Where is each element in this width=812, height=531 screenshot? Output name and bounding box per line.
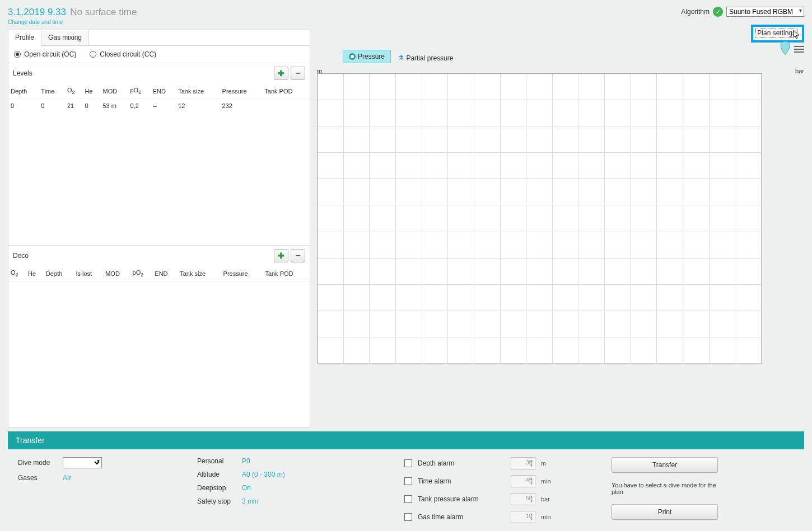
- transfer-button[interactable]: Transfer: [612, 457, 718, 473]
- gases-label: Gases: [18, 474, 57, 482]
- personal-value[interactable]: P0: [242, 457, 250, 465]
- gas-alarm-label: Gas time alarm: [418, 513, 463, 521]
- axis-bar-label: bar: [795, 68, 804, 74]
- tank-alarm-checkbox[interactable]: [404, 495, 412, 503]
- check-icon: ✓: [713, 7, 723, 17]
- dcol-tank-pod: Tank POD: [263, 266, 310, 281]
- deepstop-value[interactable]: On: [242, 484, 251, 492]
- col-depth: Depth: [8, 83, 39, 99]
- levels-remove-button[interactable]: −: [291, 67, 305, 80]
- pressure-tab[interactable]: Pressure: [343, 50, 391, 63]
- col-o2: O2: [65, 83, 82, 99]
- safety-value[interactable]: 3 min: [242, 497, 258, 505]
- dcol-o2: O2: [8, 266, 26, 281]
- depth-alarm-checkbox[interactable]: [404, 459, 412, 467]
- datetime-label: 3.1.2019 9.33: [8, 7, 66, 17]
- altitude-value[interactable]: A0 (0 - 300 m): [242, 471, 285, 478]
- safety-label: Safety stop: [197, 497, 236, 505]
- mode-note: You have to select a dive mode for the p…: [612, 482, 718, 495]
- deco-title: Deco: [13, 252, 29, 260]
- dcol-he: He: [26, 266, 44, 281]
- transfer-bar[interactable]: Transfer: [8, 431, 804, 449]
- col-time: Time: [39, 83, 65, 99]
- depth-alarm-input[interactable]: 30▲▼: [511, 457, 535, 469]
- col-po2: pO2: [128, 83, 150, 99]
- col-pressure: Pressure: [220, 83, 263, 99]
- hamburger-icon[interactable]: [794, 46, 804, 53]
- dive-mode-select[interactable]: [63, 457, 102, 468]
- dcol-depth: Depth: [44, 266, 74, 281]
- radio-open-circuit[interactable]: Open circuit (OC): [14, 50, 76, 58]
- algorithm-select[interactable]: Suunto Fused RGBM: [726, 7, 804, 17]
- pin-icon[interactable]: [780, 41, 791, 57]
- altitude-label: Altitude: [197, 471, 236, 478]
- change-datetime-link[interactable]: Change date and time: [8, 19, 137, 25]
- gas-alarm-checkbox[interactable]: [404, 513, 412, 521]
- dcol-pressure: Pressure: [221, 266, 263, 281]
- deco-add-button[interactable]: ✚: [274, 249, 288, 262]
- axis-m-label: m: [317, 68, 322, 74]
- surface-time-label: No surface time: [70, 7, 137, 17]
- tank-alarm-unit: bar: [541, 496, 550, 502]
- depth-alarm-label: Depth alarm: [418, 459, 454, 467]
- gauge-icon: [349, 53, 356, 60]
- tank-alarm-label: Tank pressure alarm: [418, 495, 479, 503]
- dcol-end: END: [152, 266, 178, 281]
- col-tank-pod: Tank POD: [262, 83, 310, 99]
- levels-title: Levels: [13, 69, 32, 77]
- tab-gas-mixing[interactable]: Gas mixing: [41, 30, 89, 45]
- col-end: END: [151, 83, 176, 99]
- time-alarm-input[interactable]: 45▲▼: [511, 475, 535, 487]
- dcol-is-lost: Is lost: [73, 266, 103, 281]
- algorithm-label: Algorithm: [681, 8, 710, 16]
- partial-pressure-tab[interactable]: ⚗ Partial pressure: [393, 52, 459, 64]
- radio-closed-circuit[interactable]: Closed circuit (CC): [90, 50, 156, 58]
- print-button[interactable]: Print: [612, 504, 718, 520]
- dive-mode-label: Dive mode: [18, 459, 57, 467]
- gases-value[interactable]: Air: [63, 474, 71, 482]
- chart-grid: // populated below after data load to in…: [317, 73, 762, 364]
- deco-remove-button[interactable]: −: [291, 249, 305, 262]
- time-alarm-label: Time alarm: [418, 477, 451, 485]
- levels-add-button[interactable]: ✚: [274, 67, 288, 80]
- tab-profile[interactable]: Profile: [8, 30, 41, 46]
- col-mod: MOD: [100, 83, 128, 99]
- col-tank-size: Tank size: [176, 83, 220, 99]
- dcol-po2: pO2: [130, 266, 153, 281]
- tank-alarm-input[interactable]: 50▲▼: [511, 493, 535, 505]
- col-he: He: [82, 83, 100, 99]
- time-alarm-checkbox[interactable]: [404, 477, 412, 485]
- tank-icon: ⚗: [398, 54, 404, 62]
- levels-row[interactable]: 0 0 21 0 53 m 0,2 -- 12 232: [8, 99, 310, 113]
- time-alarm-unit: min: [541, 478, 551, 485]
- gas-alarm-input[interactable]: 10▲▼: [511, 511, 535, 523]
- deepstop-label: Deepstop: [197, 484, 236, 492]
- dcol-mod: MOD: [103, 266, 130, 281]
- dcol-tank-size: Tank size: [178, 266, 221, 281]
- personal-label: Personal: [197, 457, 236, 465]
- gas-alarm-unit: min: [541, 514, 551, 520]
- depth-alarm-unit: m: [541, 460, 546, 467]
